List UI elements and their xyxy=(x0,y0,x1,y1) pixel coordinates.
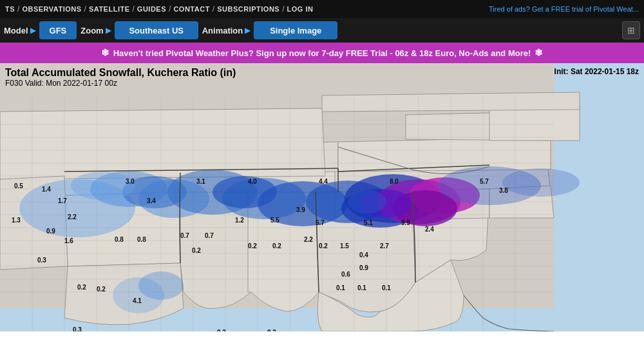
snow-label: 1.7 xyxy=(58,197,67,204)
snow-label: 0.2 xyxy=(97,286,106,293)
snow-label: 0.9 xyxy=(46,228,55,235)
animation-label: Animation ▶ xyxy=(202,26,251,35)
snow-label: 8.0 xyxy=(390,178,399,185)
snow-label: 0.6 xyxy=(341,271,350,278)
promo-text: Haven't tried Pivotal Weather Plus? Sign… xyxy=(113,48,531,58)
snow-label: 0.2 xyxy=(192,247,201,254)
snow-label: 5.5 xyxy=(270,217,279,224)
nav-satellite[interactable]: SATELLITE xyxy=(89,5,130,13)
snow-label: 9.9 xyxy=(401,219,410,226)
snow-label: 0.2 xyxy=(217,329,226,331)
snow-label: 0.1 xyxy=(336,284,345,291)
snow-label: 5.1 xyxy=(364,219,373,226)
snow-label: 3.1 xyxy=(196,178,205,185)
snow-label: 0.2 xyxy=(319,242,328,250)
snow-label: 3.0 xyxy=(126,178,135,185)
zoom-label: Zoom ▶ xyxy=(80,26,110,35)
svg-point-48 xyxy=(502,168,580,197)
model-label: Model ▶ xyxy=(4,26,35,35)
zoom-arrow-icon: ▶ xyxy=(106,26,111,35)
snow-label: 4.1 xyxy=(133,297,142,304)
snow-label: 3.8 xyxy=(499,187,508,194)
snow-label: 5.7 xyxy=(316,219,325,226)
model-arrow-icon: ▶ xyxy=(30,26,35,35)
snow-label: 1.5 xyxy=(340,242,349,250)
nav-observations[interactable]: OBSERVATIONS xyxy=(22,5,81,13)
animation-single-button[interactable]: Single Image xyxy=(254,21,337,39)
svg-point-53 xyxy=(348,190,386,213)
snow-label: 0.9 xyxy=(359,264,368,271)
nav-ts[interactable]: TS xyxy=(5,5,15,13)
snow-label: 0.1 xyxy=(382,284,391,291)
snow-label: 2.2 xyxy=(68,213,77,221)
svg-point-41 xyxy=(213,176,277,208)
map-title-block: Total Accumulated Snowfall, Kuchera Rati… xyxy=(5,67,236,88)
snow-label: 0.7 xyxy=(205,232,214,239)
toolbar: Model ▶ GFS Zoom ▶ Southeast US Animatio… xyxy=(0,18,644,43)
snow-label: 1.4 xyxy=(42,186,51,193)
grid-icon-button[interactable]: ⊞ xyxy=(622,21,640,39)
snow-label: 0.2 xyxy=(77,284,86,291)
snow-label: 1.6 xyxy=(64,237,73,244)
snow-label: 5.7 xyxy=(480,178,489,185)
zoom-southeast-button[interactable]: Southeast US xyxy=(115,21,198,39)
top-navigation: TS / OBSERVATIONS / SATELLITE / GUIDES /… xyxy=(0,0,644,18)
snow-label: 0.2 xyxy=(272,242,281,250)
svg-point-51 xyxy=(138,271,184,300)
map-title: Total Accumulated Snowfall, Kuchera Rati… xyxy=(5,67,236,79)
snow-label: 0.2 xyxy=(267,329,276,331)
snow-label: 1.2 xyxy=(235,217,244,224)
snow-label: 3.4 xyxy=(147,197,156,204)
snowflake-right-icon: ❄ xyxy=(535,47,543,59)
model-gfs-button[interactable]: GFS xyxy=(39,21,77,39)
snow-label: 4.4 xyxy=(319,178,328,185)
promo-banner[interactable]: ❄ Haven't tried Pivotal Weather Plus? Si… xyxy=(0,43,644,63)
snow-label: 3.9 xyxy=(296,206,305,213)
nav-subscriptions[interactable]: SUBSCRIPTIONS xyxy=(217,5,279,13)
map-container: Total Accumulated Snowfall, Kuchera Rati… xyxy=(0,63,644,331)
ad-text[interactable]: Tired of ads? Get a FREE trial of Pivota… xyxy=(489,5,639,13)
snow-label: 0.4 xyxy=(359,251,368,259)
snow-label: 0.8 xyxy=(115,236,124,243)
snow-label: 0.3 xyxy=(37,257,46,264)
snow-label: 0.2 xyxy=(248,242,257,250)
svg-point-49 xyxy=(71,172,135,200)
snow-label: 0.8 xyxy=(137,236,146,243)
nav-guides[interactable]: GUIDES xyxy=(137,5,166,13)
map-subtitle: F030 Valid: Mon 2022-01-17 00z xyxy=(5,79,236,88)
animation-arrow-icon: ▶ xyxy=(245,26,250,35)
snow-label: 1.3 xyxy=(12,217,21,224)
snow-label: 2.4 xyxy=(425,226,434,233)
nav-contact[interactable]: CONTACT xyxy=(173,5,209,13)
nav-links: TS / OBSERVATIONS / SATELLITE / GUIDES /… xyxy=(5,5,313,14)
map-init-time: Init: Sat 2022-01-15 18z xyxy=(554,67,639,76)
snow-label: 0.5 xyxy=(14,182,23,190)
snow-label: 2.2 xyxy=(304,236,313,243)
snowflake-left-icon: ❄ xyxy=(101,47,109,59)
snow-label: 4.0 xyxy=(248,178,257,185)
snow-label: 0.1 xyxy=(357,284,366,291)
snow-label: 0.7 xyxy=(180,232,189,239)
nav-login[interactable]: LOG IN xyxy=(287,5,314,13)
snow-label: 0.3 xyxy=(73,326,82,331)
snow-label: 2.7 xyxy=(380,242,389,250)
